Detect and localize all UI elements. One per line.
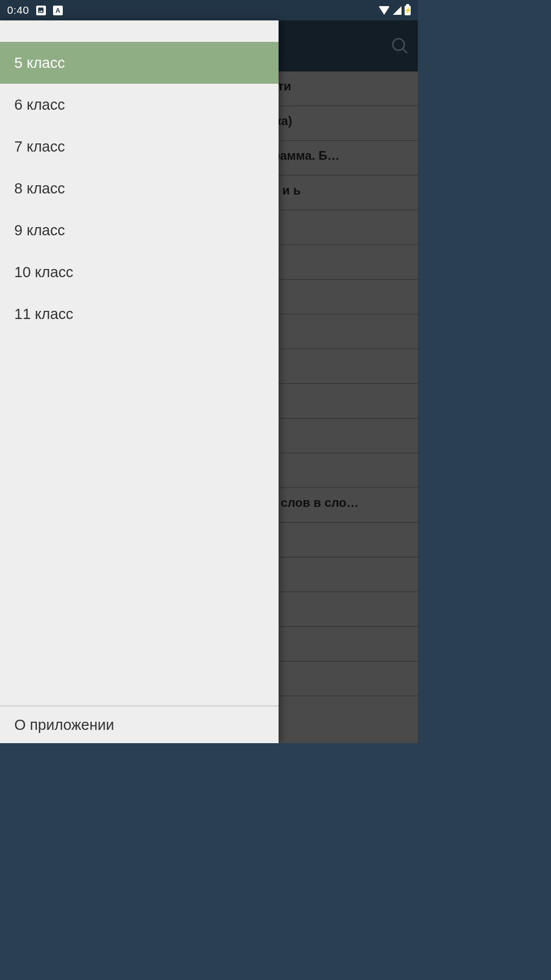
drawer-item-label: 6 класс	[14, 96, 65, 113]
drawer-items: 5 класс 6 класс 7 класс 8 класс 9 класс …	[0, 42, 279, 705]
picture-icon	[36, 6, 46, 15]
status-right: ⚡	[379, 6, 411, 15]
drawer-item-grade-5[interactable]: 5 класс	[0, 42, 279, 84]
drawer-about-label: О приложении	[14, 717, 114, 733]
drawer-item-label: 10 класс	[14, 264, 73, 281]
drawer-item-label: 8 класс	[14, 180, 65, 197]
drawer-header	[0, 20, 279, 42]
drawer-item-label: 7 класс	[14, 138, 65, 155]
status-left: 0:40 A	[7, 4, 63, 16]
keyboard-icon: A	[53, 6, 63, 15]
signal-icon	[393, 6, 402, 15]
drawer-item-grade-7[interactable]: 7 класс	[0, 126, 279, 167]
drawer-item-label: 9 класс	[14, 222, 65, 239]
status-bar: 0:40 A ⚡	[0, 0, 418, 20]
drawer-item-grade-6[interactable]: 6 класс	[0, 84, 279, 126]
drawer-item-label: 5 класс	[14, 55, 65, 71]
drawer-about[interactable]: О приложении	[0, 705, 279, 743]
main-area: Язык и общение. Виды речевой деятельност…	[0, 20, 418, 743]
drawer-item-grade-9[interactable]: 9 класс	[0, 209, 279, 251]
status-time: 0:40	[7, 4, 29, 16]
wifi-icon	[379, 6, 390, 15]
drawer-item-grade-10[interactable]: 10 класс	[0, 251, 279, 293]
drawer-item-grade-8[interactable]: 8 класс	[0, 167, 279, 209]
drawer-item-label: 11 класс	[14, 306, 73, 323]
drawer-item-grade-11[interactable]: 11 класс	[0, 293, 279, 335]
navigation-drawer: 5 класс 6 класс 7 класс 8 класс 9 класс …	[0, 20, 279, 743]
battery-icon: ⚡	[405, 6, 411, 15]
